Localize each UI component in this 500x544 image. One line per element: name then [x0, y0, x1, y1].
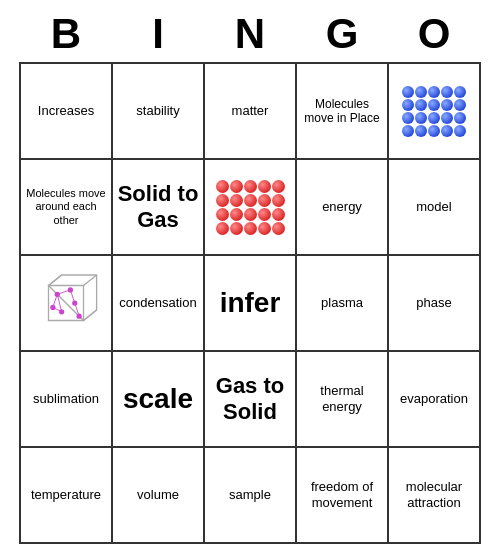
cell-text-r3c3: thermal energy: [301, 383, 383, 414]
cell-text-r4c2: sample: [229, 487, 271, 503]
cell-r0c2[interactable]: matter: [205, 64, 297, 160]
cell-text-r1c0: Molecules move around each other: [25, 187, 107, 227]
svg-line-2: [49, 275, 62, 286]
cube-image: [31, 268, 101, 338]
cell-text-r1c1: Solid to Gas: [117, 181, 199, 233]
cell-text-r2c1: condensation: [119, 295, 196, 311]
letter-i: I: [112, 10, 204, 58]
cell-r1c3[interactable]: energy: [297, 160, 389, 256]
cell-text-r4c0: temperature: [31, 487, 101, 503]
svg-line-3: [84, 275, 97, 286]
cell-r1c2[interactable]: [205, 160, 297, 256]
cell-text-r4c1: volume: [137, 487, 179, 503]
cell-r0c4[interactable]: [389, 64, 481, 160]
letter-b: B: [20, 10, 112, 58]
cell-r0c3[interactable]: Molecules move in Place: [297, 64, 389, 160]
cell-text-r0c0: Increases: [38, 103, 94, 119]
cell-r1c0[interactable]: Molecules move around each other: [21, 160, 113, 256]
cell-r4c4[interactable]: molecular attraction: [389, 448, 481, 544]
cell-r4c0[interactable]: temperature: [21, 448, 113, 544]
bingo-header: B I N G O: [20, 10, 480, 58]
svg-line-11: [57, 290, 70, 294]
cell-r3c4[interactable]: evaporation: [389, 352, 481, 448]
cell-r2c1[interactable]: condensation: [113, 256, 205, 352]
cell-text-r0c2: matter: [232, 103, 269, 119]
cell-r3c3[interactable]: thermal energy: [297, 352, 389, 448]
cell-text-r3c2: Gas to Solid: [209, 373, 291, 425]
cell-text-r0c1: stability: [136, 103, 179, 119]
cell-r4c3[interactable]: freedom of movement: [297, 448, 389, 544]
cell-text-r4c3: freedom of movement: [301, 479, 383, 510]
cell-r2c4[interactable]: phase: [389, 256, 481, 352]
svg-line-4: [84, 310, 97, 321]
svg-line-16: [53, 294, 57, 307]
cell-text-r0c3: Molecules move in Place: [301, 97, 383, 126]
cell-r3c0[interactable]: sublimation: [21, 352, 113, 448]
blue-balls-image: [399, 86, 469, 137]
cell-r1c4[interactable]: model: [389, 160, 481, 256]
svg-line-12: [70, 290, 74, 303]
cell-r2c0[interactable]: [21, 256, 113, 352]
cell-text-r3c0: sublimation: [33, 391, 99, 407]
cell-text-r2c2: infer: [220, 287, 281, 319]
cell-text-r1c3: energy: [322, 199, 362, 215]
cell-r0c1[interactable]: stability: [113, 64, 205, 160]
cell-r4c1[interactable]: volume: [113, 448, 205, 544]
cell-r2c3[interactable]: plasma: [297, 256, 389, 352]
bingo-grid: Increases stability matter Molecules mov…: [19, 62, 481, 544]
cell-text-r3c4: evaporation: [400, 391, 468, 407]
red-balls-image: [216, 180, 285, 235]
cell-text-r4c4: molecular attraction: [393, 479, 475, 510]
cell-text-r3c1: scale: [123, 383, 193, 415]
cell-r3c1[interactable]: scale: [113, 352, 205, 448]
letter-n: N: [204, 10, 296, 58]
cell-r1c1[interactable]: Solid to Gas: [113, 160, 205, 256]
cell-text-r2c3: plasma: [321, 295, 363, 311]
letter-o: O: [388, 10, 480, 58]
letter-g: G: [296, 10, 388, 58]
cell-text-r2c4: phase: [416, 295, 451, 311]
cell-r0c0[interactable]: Increases: [21, 64, 113, 160]
cell-text-r1c4: model: [416, 199, 451, 215]
cell-r4c2[interactable]: sample: [205, 448, 297, 544]
cell-r2c2[interactable]: infer: [205, 256, 297, 352]
cell-r3c2[interactable]: Gas to Solid: [205, 352, 297, 448]
